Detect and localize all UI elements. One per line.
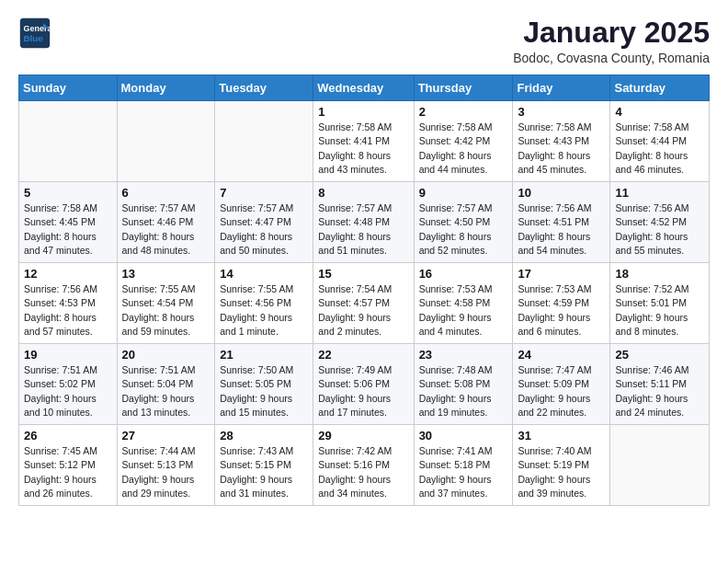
calendar-cell: 17Sunrise: 7:53 AM Sunset: 4:59 PM Dayli…	[513, 263, 610, 344]
day-number: 1	[318, 105, 408, 119]
day-info: Sunrise: 7:58 AM Sunset: 4:42 PM Dayligh…	[419, 121, 508, 177]
day-number: 13	[122, 267, 210, 281]
day-info: Sunrise: 7:46 AM Sunset: 5:11 PM Dayligh…	[615, 363, 704, 419]
day-number: 2	[419, 105, 508, 119]
day-info: Sunrise: 7:53 AM Sunset: 4:58 PM Dayligh…	[419, 282, 508, 339]
day-number: 3	[518, 105, 605, 119]
month-title: January 2025	[513, 17, 710, 49]
weekday-header-saturday: Saturday	[610, 75, 710, 101]
day-number: 18	[615, 267, 704, 281]
day-number: 16	[419, 267, 508, 281]
day-number: 8	[318, 186, 408, 200]
day-number: 28	[220, 429, 308, 442]
calendar-cell: 21Sunrise: 7:50 AM Sunset: 5:05 PM Dayli…	[215, 344, 313, 425]
calendar-cell: 4Sunrise: 7:58 AM Sunset: 4:44 PM Daylig…	[610, 101, 710, 182]
calendar-cell: 25Sunrise: 7:46 AM Sunset: 5:11 PM Dayli…	[610, 344, 710, 425]
day-info: Sunrise: 7:57 AM Sunset: 4:50 PM Dayligh…	[419, 201, 508, 258]
day-number: 14	[220, 267, 308, 281]
calendar-cell	[19, 101, 118, 182]
day-info: Sunrise: 7:48 AM Sunset: 5:08 PM Dayligh…	[419, 363, 508, 419]
calendar-cell: 16Sunrise: 7:53 AM Sunset: 4:58 PM Dayli…	[414, 263, 513, 344]
day-number: 9	[419, 186, 508, 200]
day-number: 19	[24, 348, 112, 362]
svg-text:General: General	[23, 24, 51, 33]
calendar-cell: 7Sunrise: 7:57 AM Sunset: 4:47 PM Daylig…	[215, 182, 313, 263]
calendar-cell	[215, 101, 313, 182]
calendar-cell: 22Sunrise: 7:49 AM Sunset: 5:06 PM Dayli…	[313, 344, 414, 425]
day-number: 26	[24, 429, 112, 442]
day-info: Sunrise: 7:40 AM Sunset: 5:19 PM Dayligh…	[518, 444, 605, 500]
weekday-header-wednesday: Wednesday	[313, 75, 414, 101]
weekday-header-row: SundayMondayTuesdayWednesdayThursdayFrid…	[19, 75, 710, 101]
day-info: Sunrise: 7:58 AM Sunset: 4:44 PM Dayligh…	[615, 121, 704, 177]
day-number: 20	[122, 348, 210, 362]
day-number: 4	[615, 105, 704, 119]
calendar-cell: 31Sunrise: 7:40 AM Sunset: 5:19 PM Dayli…	[513, 425, 610, 506]
day-number: 17	[518, 267, 605, 281]
calendar-cell: 11Sunrise: 7:56 AM Sunset: 4:52 PM Dayli…	[610, 182, 710, 263]
calendar-week-row: 1Sunrise: 7:58 AM Sunset: 4:41 PM Daylig…	[19, 101, 710, 182]
day-number: 10	[518, 186, 605, 200]
calendar-cell: 23Sunrise: 7:48 AM Sunset: 5:08 PM Dayli…	[414, 344, 513, 425]
day-number: 29	[318, 429, 408, 442]
calendar-cell: 6Sunrise: 7:57 AM Sunset: 4:46 PM Daylig…	[117, 182, 215, 263]
day-info: Sunrise: 7:41 AM Sunset: 5:18 PM Dayligh…	[419, 444, 508, 500]
day-number: 6	[122, 186, 210, 200]
svg-text:Blue: Blue	[23, 33, 43, 43]
page: General Blue January 2025 Bodoc, Covasna…	[0, 0, 728, 523]
weekday-header-sunday: Sunday	[19, 75, 118, 101]
calendar-cell: 15Sunrise: 7:54 AM Sunset: 4:57 PM Dayli…	[313, 263, 414, 344]
calendar-cell: 5Sunrise: 7:58 AM Sunset: 4:45 PM Daylig…	[19, 182, 118, 263]
calendar-cell: 30Sunrise: 7:41 AM Sunset: 5:18 PM Dayli…	[414, 425, 513, 506]
day-number: 24	[518, 348, 605, 362]
day-info: Sunrise: 7:58 AM Sunset: 4:41 PM Dayligh…	[318, 121, 408, 177]
day-info: Sunrise: 7:52 AM Sunset: 5:01 PM Dayligh…	[615, 282, 704, 339]
day-info: Sunrise: 7:57 AM Sunset: 4:48 PM Dayligh…	[318, 201, 408, 258]
day-info: Sunrise: 7:50 AM Sunset: 5:05 PM Dayligh…	[220, 363, 308, 419]
calendar-week-row: 5Sunrise: 7:58 AM Sunset: 4:45 PM Daylig…	[19, 182, 710, 263]
day-info: Sunrise: 7:43 AM Sunset: 5:15 PM Dayligh…	[220, 444, 308, 500]
calendar-cell: 18Sunrise: 7:52 AM Sunset: 5:01 PM Dayli…	[610, 263, 710, 344]
day-number: 31	[518, 429, 605, 442]
day-info: Sunrise: 7:56 AM Sunset: 4:53 PM Dayligh…	[24, 282, 112, 339]
day-info: Sunrise: 7:51 AM Sunset: 5:02 PM Dayligh…	[24, 363, 112, 419]
day-info: Sunrise: 7:57 AM Sunset: 4:46 PM Dayligh…	[122, 201, 210, 258]
calendar-cell: 27Sunrise: 7:44 AM Sunset: 5:13 PM Dayli…	[117, 425, 215, 506]
day-number: 21	[220, 348, 308, 362]
weekday-header-friday: Friday	[513, 75, 610, 101]
weekday-header-thursday: Thursday	[414, 75, 513, 101]
calendar-cell: 14Sunrise: 7:55 AM Sunset: 4:56 PM Dayli…	[215, 263, 313, 344]
day-number: 23	[419, 348, 508, 362]
calendar-cell: 3Sunrise: 7:58 AM Sunset: 4:43 PM Daylig…	[513, 101, 610, 182]
calendar-week-row: 19Sunrise: 7:51 AM Sunset: 5:02 PM Dayli…	[19, 344, 710, 425]
day-number: 12	[24, 267, 112, 281]
calendar-table: SundayMondayTuesdayWednesdayThursdayFrid…	[18, 75, 710, 506]
day-info: Sunrise: 7:58 AM Sunset: 4:43 PM Dayligh…	[518, 121, 605, 177]
day-info: Sunrise: 7:51 AM Sunset: 5:04 PM Dayligh…	[122, 363, 210, 419]
day-number: 7	[220, 186, 308, 200]
day-number: 11	[615, 186, 704, 200]
day-info: Sunrise: 7:56 AM Sunset: 4:51 PM Dayligh…	[518, 201, 605, 258]
day-info: Sunrise: 7:55 AM Sunset: 4:54 PM Dayligh…	[122, 282, 210, 339]
weekday-header-tuesday: Tuesday	[215, 75, 313, 101]
calendar-week-row: 12Sunrise: 7:56 AM Sunset: 4:53 PM Dayli…	[19, 263, 710, 344]
calendar-cell: 13Sunrise: 7:55 AM Sunset: 4:54 PM Dayli…	[117, 263, 215, 344]
day-info: Sunrise: 7:45 AM Sunset: 5:12 PM Dayligh…	[24, 444, 112, 500]
day-number: 25	[615, 348, 704, 362]
calendar-cell: 19Sunrise: 7:51 AM Sunset: 5:02 PM Dayli…	[19, 344, 118, 425]
weekday-header-monday: Monday	[117, 75, 215, 101]
calendar-cell	[610, 425, 710, 506]
day-number: 30	[419, 429, 508, 442]
logo: General Blue	[18, 17, 51, 50]
day-info: Sunrise: 7:56 AM Sunset: 4:52 PM Dayligh…	[615, 201, 704, 258]
day-number: 15	[318, 267, 408, 281]
title-block: January 2025 Bodoc, Covasna County, Roma…	[513, 17, 710, 65]
day-number: 5	[24, 186, 112, 200]
calendar-cell: 20Sunrise: 7:51 AM Sunset: 5:04 PM Dayli…	[117, 344, 215, 425]
day-info: Sunrise: 7:53 AM Sunset: 4:59 PM Dayligh…	[518, 282, 605, 339]
calendar-cell: 2Sunrise: 7:58 AM Sunset: 4:42 PM Daylig…	[414, 101, 513, 182]
subtitle: Bodoc, Covasna County, Romania	[513, 51, 710, 65]
day-info: Sunrise: 7:58 AM Sunset: 4:45 PM Dayligh…	[24, 201, 112, 258]
day-info: Sunrise: 7:42 AM Sunset: 5:16 PM Dayligh…	[318, 444, 408, 500]
calendar-cell: 26Sunrise: 7:45 AM Sunset: 5:12 PM Dayli…	[19, 425, 118, 506]
